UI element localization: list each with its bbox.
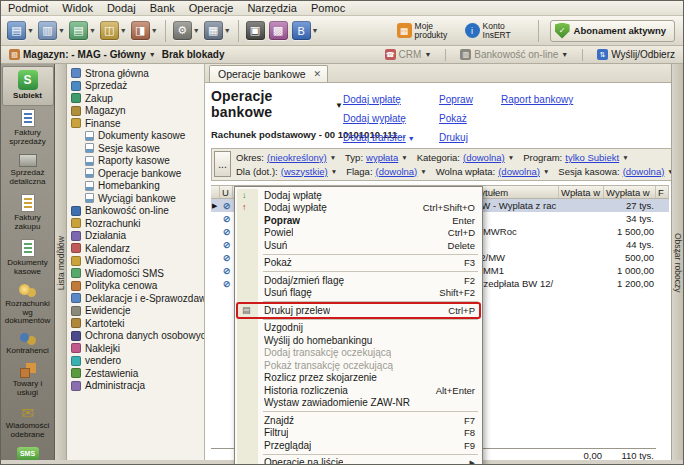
context-menu-item-dodaj-zmien-flage[interactable]: Dodaj/zmień flagęF2 [236, 274, 481, 287]
context-menu-item-powiel[interactable]: PowielCtrl+D [236, 227, 481, 240]
context-menu-item-przegladaj[interactable]: PrzeglądajF9 [236, 439, 481, 452]
tree-item-sesje-kasowe[interactable]: Sesje kasowe [67, 142, 204, 155]
bank-link-button[interactable]: B▼ [292, 21, 319, 40]
tree-item-kartoteki[interactable]: Kartoteki [67, 317, 204, 330]
crm-menu[interactable]: ☎ CRM ▼ [385, 49, 432, 60]
filter-value-kategoria[interactable]: (dowolna) [463, 152, 505, 163]
module-faktury-sprzedazy[interactable]: Faktury sprzedaży [2, 106, 54, 151]
tree-item-homebanking[interactable]: Homebanking [67, 180, 204, 193]
module-list-strip[interactable]: « Lista modułów [55, 64, 67, 462]
column-header-marker[interactable] [211, 186, 220, 198]
tree-item-strona-glowna[interactable]: Strona główna [67, 67, 204, 80]
workspace-strip[interactable]: » Obszar roboczy [671, 64, 683, 462]
context-menu-item-znajdz[interactable]: ZnajdźF7 [236, 414, 481, 427]
tree-item-finanse[interactable]: Finanse [67, 117, 204, 130]
tree-item-magazyn[interactable]: Magazyn [67, 105, 204, 118]
filter-value-sesja-kasowa[interactable]: (dowolna) [623, 166, 665, 177]
filter-value-dla-dot[interactable]: (wszystkie) [281, 166, 328, 177]
filter-value-flaga[interactable]: (dowolna) [376, 166, 418, 177]
column-header-u-1[interactable]: U [220, 186, 233, 198]
context-menu-item-drukuj-przelew[interactable]: ▤Drukuj przelewCtrl+P [236, 304, 481, 317]
tree-item-rozrachunki[interactable]: Rozrachunki [67, 217, 204, 230]
context-menu-item-wystaw-zawiadomienie-zaw-nr[interactable]: Wystaw zawiadomienie ZAW-NR [236, 397, 481, 410]
tree-item-naklejki[interactable]: Naklejki [67, 342, 204, 355]
context-menu-item-dodaj-wyplate[interactable]: ↑Dodaj wypłatęCtrl+Shift+O [236, 202, 481, 215]
filter-value-okres[interactable]: (nieokreślony) [267, 152, 327, 163]
abonament-button[interactable]: ✓ Abonament aktywny [550, 20, 675, 42]
link-popraw[interactable]: Popraw [439, 94, 473, 105]
module-subiekt[interactable]: SSubiekt [2, 66, 54, 106]
menu-item-podmiot[interactable]: Podmiot [1, 1, 55, 15]
context-menu-item-usun[interactable]: UsuńDelete [236, 239, 481, 252]
gift-box-button[interactable]: ▩ [269, 21, 288, 40]
tree-item-operacje-bankowe[interactable]: Operacje bankowe [67, 167, 204, 180]
module-sprzedaz-detaliczna[interactable]: Sprzedaż detaliczna [2, 151, 54, 191]
cash-documents-button[interactable]: ▤▼ [69, 21, 96, 40]
link-dodaj-wyplate[interactable]: Dodaj wypłatę [343, 113, 406, 124]
link-drukuj[interactable]: Drukuj [439, 132, 468, 143]
tree-item-dokumenty-kasowe[interactable]: Dokumenty kasowe [67, 130, 204, 143]
documents-list-button[interactable]: ▥▼ [38, 21, 65, 40]
module-rozrachunki-wg-dokumentow[interactable]: Rozrachunki wg dokumentów [2, 281, 54, 331]
menu-item-dodaj[interactable]: Dodaj [100, 1, 143, 15]
settlements-button[interactable]: ◨▼ [131, 21, 158, 40]
context-menu-item-filtruj[interactable]: FiltrujF8 [236, 427, 481, 440]
module-wiadomosci-odebrane[interactable]: ✉Wiadomości odebrane [2, 402, 54, 444]
tree-item-zakup[interactable]: Zakup [67, 92, 204, 105]
magazyn-selector[interactable]: ▧ Magazyn: - MAG - Główny ▼ [9, 49, 156, 60]
page-title-menu[interactable]: Operacje bankowe ▼ [211, 88, 343, 120]
context-menu-item-uzgodnij[interactable]: Uzgodnij [236, 322, 481, 335]
column-header-wyplata-w-10[interactable]: Wypłata w [604, 186, 656, 198]
tree-item-zestawienia[interactable]: Zestawienia [67, 367, 204, 380]
context-menu-item-operacje-na-liscie[interactable]: Operacje na liście▶ [236, 457, 481, 465]
tree-item-vendero[interactable]: vendero [67, 355, 204, 368]
calculator-button[interactable]: ▦▼ [204, 21, 231, 40]
filter-value-typ[interactable]: wypłata [366, 152, 398, 163]
module-towary-i-uslugi[interactable]: Towary i usługi [2, 360, 54, 402]
menu-item-bank[interactable]: Bank [143, 1, 182, 15]
bank-operations-button[interactable]: ◫▼ [100, 21, 127, 40]
moje-produkty-button[interactable]: ▦ Moje produkty [397, 22, 459, 40]
context-menu-item-dodaj-wplate[interactable]: ↓Dodaj wpłatę [236, 189, 481, 202]
new-document-button[interactable]: ▤▼ [7, 21, 34, 40]
tree-item-wiadomosci-sms[interactable]: Wiadomości SMS [67, 267, 204, 280]
context-menu-item-pokaz[interactable]: PokażF3 [236, 257, 481, 270]
konto-insert-button[interactable]: i Konto InsERT [465, 22, 527, 40]
menu-item-widok[interactable]: Widok [55, 1, 100, 15]
context-menu-item-popraw[interactable]: PoprawEnter [236, 214, 481, 227]
menu-item-operacje[interactable]: Operacje [182, 1, 241, 15]
tree-item-wiadomosci[interactable]: Wiadomości [67, 255, 204, 268]
context-menu-item-wyslij-do-homebankingu[interactable]: Wyślij do homebankingu [236, 334, 481, 347]
column-header-wplata-w-9[interactable]: Wpłata w [559, 186, 604, 198]
package-button[interactable]: ▣ [246, 21, 265, 40]
link-dodaj-transfer[interactable]: Dodaj transfer [343, 132, 406, 143]
context-menu-item-historia-rozliczenia[interactable]: Historia rozliczeniaAlt+Enter [236, 384, 481, 397]
tree-item-dzialania[interactable]: Działania [67, 230, 204, 243]
column-header-tytulem-8[interactable]: Tytułem [473, 186, 559, 198]
tree-item-ewidencje[interactable]: Ewidencje [67, 305, 204, 318]
tab-operacje-bankowe[interactable]: Operacje bankowe ✕ [209, 65, 328, 82]
tree-item-deklaracje-i-e-sprawozdawczosc[interactable]: Deklaracje i e-Sprawozdawczość [67, 292, 204, 305]
menu-item-pomoc[interactable]: Pomoc [304, 1, 352, 15]
filter-value-program[interactable]: tylko Subiekt [565, 152, 619, 163]
link-pokaz[interactable]: Pokaż [439, 113, 467, 124]
collapse-chevron-icon[interactable]: » [673, 247, 677, 256]
settings-gear-button[interactable]: ⚙▼ [173, 21, 200, 40]
module-dokumenty-kasowe[interactable]: Dokumenty kasowe [2, 236, 54, 281]
tree-item-polityka-cenowa[interactable]: Polityka cenowa [67, 280, 204, 293]
link-raport-bankowy[interactable]: Raport bankowy [501, 94, 573, 105]
tab-close-icon[interactable]: ✕ [314, 69, 322, 79]
tree-item-administracja[interactable]: Administracja [67, 380, 204, 393]
column-header-f-11[interactable]: F [656, 186, 669, 198]
module-faktury-zakupu[interactable]: Faktury zakupu [2, 191, 54, 236]
link-dodaj-wplate[interactable]: Dodaj wpłatę [343, 94, 401, 105]
menu-item-narzedzia[interactable]: Narzędzia [240, 1, 304, 15]
tree-item-ochrona-danych-osobowych[interactable]: Ochrona danych osobowych [67, 330, 204, 343]
tree-item-kalendarz[interactable]: Kalendarz [67, 242, 204, 255]
tree-item-wyciagi-bankowe[interactable]: Wyciągi bankowe [67, 192, 204, 205]
context-menu-item-usun-flage[interactable]: Usuń flagęShift+F2 [236, 287, 481, 300]
filter-value-wolna-wplata[interactable]: (dowolna) [498, 166, 540, 177]
tree-item-sprzedaz[interactable]: Sprzedaż [67, 80, 204, 93]
wyslij-odbierz-button[interactable]: ⇅ Wyślij/Odbierz [597, 49, 675, 60]
module-kontrahenci[interactable]: Kontrahenci [2, 330, 54, 360]
